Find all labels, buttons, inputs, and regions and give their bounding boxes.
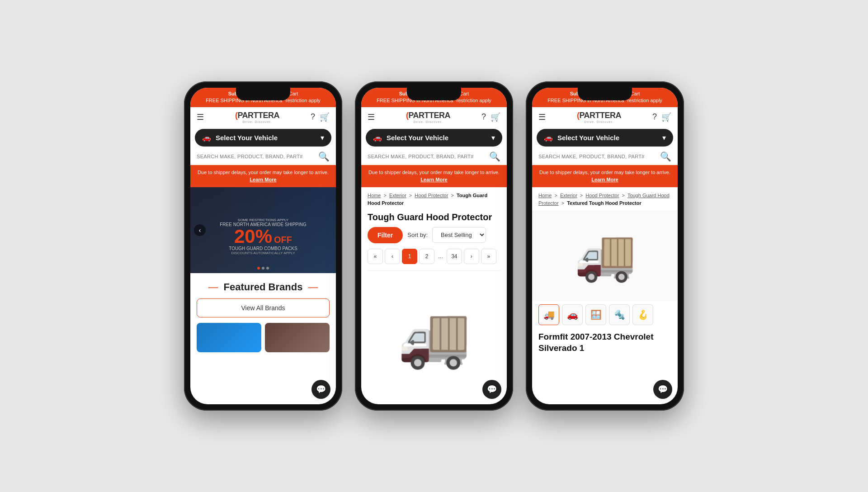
hero-area-1: ‹ SOME RESTRICTIONS APPLY FREE NORTH AME…	[190, 187, 336, 273]
phone-1-frame: Subscribe for 5% Off Your Cart FREE SHIP…	[184, 81, 342, 411]
logo-main-2: (PARTTERA	[406, 111, 450, 120]
page-next-2[interactable]: ›	[464, 249, 479, 264]
alert-text-2: Due to shipper delays, your order may ta…	[368, 170, 500, 175]
phone-1: Subscribe for 5% Off Your Cart FREE SHIP…	[184, 81, 342, 411]
page-title-2: Tough Guard Hood Protector	[361, 210, 507, 227]
thumb-4-3[interactable]: 🔩	[609, 304, 630, 325]
page-34-2[interactable]: 34	[447, 249, 462, 264]
thumb-1-3[interactable]: 🚚	[538, 304, 559, 325]
vehicle-selector-2[interactable]: 🚗 Select Your Vehicle ▾	[366, 129, 502, 147]
vehicle-selector-3[interactable]: 🚗 Select Your Vehicle ▾	[537, 129, 673, 147]
breadcrumb-exterior-3[interactable]: Exterior	[560, 193, 577, 198]
chevron-icon-2: ▾	[491, 133, 495, 142]
hero-dots-1	[257, 267, 269, 270]
product-name-3: Formfit 2007-2013 Chevrolet Silverado 1	[532, 329, 678, 356]
hero-text-1: SOME RESTRICTIONS APPLY FREE NORTH AMERI…	[198, 218, 329, 255]
search-bar-2: 🔍	[361, 148, 507, 165]
vehicle-selector-1[interactable]: 🚗 Select Your Vehicle ▾	[195, 129, 331, 147]
page-2-2[interactable]: 2	[419, 249, 434, 264]
page-prev-2[interactable]: ‹	[385, 249, 400, 264]
vehicle-text-2: Select Your Vehicle	[387, 134, 491, 142]
chevron-icon-1: ▾	[321, 133, 324, 142]
vehicle-text-3: Select Your Vehicle	[557, 134, 662, 142]
view-all-brands-btn-1[interactable]: View All Brands	[197, 298, 330, 317]
breadcrumb-current-3: Textured Tough Hood Protector	[567, 200, 642, 206]
search-input-1[interactable]	[197, 154, 318, 159]
header-icons-2: ? 🛒	[481, 112, 500, 122]
menu-icon-2[interactable]: ☰	[368, 112, 375, 122]
product-main-image-3: 🚚	[574, 226, 636, 284]
sep-3-2: >	[451, 193, 455, 198]
search-input-2[interactable]	[368, 154, 489, 159]
cart-icon-2[interactable]: 🛒	[491, 112, 500, 122]
promo-combo-1: TOUGH GUARD COMBO PACKS	[198, 246, 329, 251]
menu-icon-1[interactable]: ☰	[197, 112, 204, 122]
breadcrumb-home-2[interactable]: Home	[368, 193, 381, 198]
brand-thumb-blue-1	[197, 323, 261, 352]
phone-2-notch	[407, 88, 461, 100]
thumb-2-3[interactable]: 🚗	[562, 304, 583, 325]
chat-btn-3[interactable]: 💬	[653, 380, 672, 399]
sort-select-2[interactable]: Best Selling	[432, 227, 486, 243]
sep-1-2: >	[383, 193, 387, 198]
promo-off-1: OFF	[274, 235, 292, 245]
vehicle-text-1: Select Your Vehicle	[216, 134, 321, 142]
phone-1-screen: Subscribe for 5% Off Your Cart FREE SHIP…	[190, 88, 336, 404]
alert-banner-2: Due to shipper delays, your order may ta…	[361, 165, 507, 187]
chevron-icon-3: ▾	[662, 133, 666, 142]
search-bar-1: 🔍	[190, 148, 336, 165]
breadcrumb-home-3[interactable]: Home	[538, 193, 552, 198]
page-ellipsis-2: ...	[436, 253, 445, 260]
chat-btn-2[interactable]: 💬	[482, 380, 501, 399]
logo-main-1: (PARTTERA	[235, 111, 279, 120]
cart-icon-3[interactable]: 🛒	[661, 112, 671, 122]
alert-text-3: Due to shipper delays, your order may ta…	[539, 170, 670, 175]
cart-icon-1[interactable]: 🛒	[320, 112, 330, 122]
menu-icon-3[interactable]: ☰	[538, 112, 546, 122]
vehicle-icon-2: 🚗	[373, 133, 382, 142]
alert-link-2[interactable]: Learn More	[420, 177, 447, 182]
page-1-2[interactable]: 1	[402, 249, 417, 264]
phone-3-frame: Subscribe for 5% Off Your Cart FREE SHIP…	[526, 81, 684, 411]
vehicle-icon-1: 🚗	[202, 133, 211, 142]
page-first-2[interactable]: «	[368, 249, 383, 264]
hero-bg-1: ‹ SOME RESTRICTIONS APPLY FREE NORTH AME…	[190, 187, 336, 273]
search-icon-2[interactable]: 🔍	[489, 151, 500, 162]
phone-3: Subscribe for 5% Off Your Cart FREE SHIP…	[526, 81, 684, 411]
truck-image-2: 🚚	[397, 303, 471, 372]
page-last-2[interactable]: »	[481, 249, 496, 264]
logo-1: (PARTTERA Drive. Discover.	[235, 111, 279, 123]
thumb-5-3[interactable]: 🪝	[632, 304, 653, 325]
phone-3-notch	[578, 88, 632, 100]
alert-banner-3: Due to shipper delays, your order may ta…	[532, 165, 678, 187]
alert-link-1[interactable]: Learn More	[250, 177, 276, 182]
header-1: ☰ (PARTTERA Drive. Discover. ? 🛒	[190, 107, 336, 127]
alert-link-3[interactable]: Learn More	[591, 177, 618, 182]
filter-btn-2[interactable]: Filter	[368, 227, 403, 243]
product-detail-image-3: 🚚	[532, 210, 678, 301]
search-input-3[interactable]	[538, 154, 660, 159]
question-icon-2[interactable]: ?	[481, 112, 486, 122]
thumb-3-3[interactable]: 🪟	[585, 304, 606, 325]
search-bar-3: 🔍	[532, 148, 678, 165]
search-icon-1[interactable]: 🔍	[318, 151, 330, 162]
logo-main-3: (PARTTERA	[577, 111, 621, 120]
breadcrumb-hood-3[interactable]: Hood Protector	[585, 193, 619, 198]
logo-name-2: PARTTERA	[408, 111, 450, 120]
alert-text-1: Due to shipper delays, your order may ta…	[198, 170, 329, 175]
question-icon-3[interactable]: ?	[652, 112, 657, 122]
breadcrumb-exterior-2[interactable]: Exterior	[389, 193, 406, 198]
sep-1-3: >	[554, 193, 558, 198]
header-icons-3: ? 🛒	[652, 112, 671, 122]
brand-thumb-brown-1	[265, 323, 330, 352]
question-icon-1[interactable]: ?	[311, 112, 315, 122]
featured-brands-1: Featured Brands View All Brands	[190, 273, 336, 357]
phone-1-notch	[236, 88, 290, 100]
phone-2-screen: Subscribe for 5% Off Your Cart FREE SHIP…	[361, 88, 507, 404]
phone-2: Subscribe for 5% Off Your Cart FREE SHIP…	[355, 81, 513, 411]
breadcrumb-hood-2[interactable]: Hood Protector	[415, 193, 448, 198]
pagination-2: « ‹ 1 2 ... 34 › »	[361, 249, 507, 270]
thumbnails-row-3: 🚚 🚗 🪟 🔩 🪝	[532, 301, 678, 329]
chat-btn-1[interactable]: 💬	[311, 380, 330, 399]
search-icon-3[interactable]: 🔍	[660, 151, 671, 162]
